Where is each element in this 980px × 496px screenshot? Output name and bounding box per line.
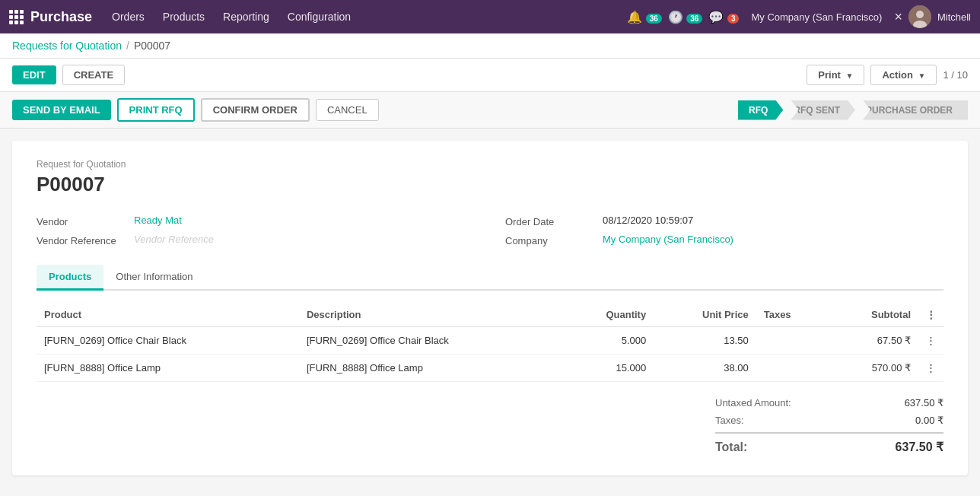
edit-button[interactable]: EDIT <box>12 65 56 84</box>
step-rfq-sent-label: RFQ SENT <box>783 100 855 120</box>
row1-taxes <box>756 327 827 355</box>
col-unit-price: Unit Price <box>654 303 756 327</box>
company-label: Company <box>505 234 597 246</box>
taxes-label: Taxes: <box>715 415 744 426</box>
untaxed-label: Untaxed Amount: <box>715 397 791 409</box>
topbar-right: 🔔 36 🕐 36 💬 3 My Company (San Francisco)… <box>627 5 971 28</box>
pipeline-step-rfq-sent[interactable]: RFQ SENT <box>783 100 855 120</box>
action-label: Action <box>882 69 912 81</box>
breadcrumb-current: P00007 <box>134 40 170 52</box>
row1-quantity: 5.000 <box>562 327 654 355</box>
vendor-ref-placeholder[interactable]: Vendor Reference <box>134 234 214 245</box>
company-value[interactable]: My Company (San Francisco) <box>603 234 733 245</box>
breadcrumb: Requests for Quotation / P00007 <box>0 33 980 59</box>
col-product: Product <box>37 303 299 327</box>
print-rfq-button[interactable]: PRINT RFQ <box>117 98 195 122</box>
action-bar2: SEND BY EMAIL PRINT RFQ CONFIRM ORDER CA… <box>0 92 980 129</box>
nav-orders[interactable]: Orders <box>104 8 152 26</box>
grid-icon <box>9 10 23 24</box>
status-pipeline: RFQ RFQ SENT PURCHASE ORDER <box>738 100 968 120</box>
company-selector[interactable]: My Company (San Francisco) <box>745 8 888 26</box>
col-menu: ⋮ <box>918 303 943 327</box>
products-table: Product Description Quantity Unit Price … <box>37 303 943 382</box>
row2-menu[interactable]: ⋮ <box>918 355 943 382</box>
col-description: Description <box>299 303 562 327</box>
order-date-value: 08/12/2020 10:59:07 <box>603 215 693 226</box>
nav-configuration[interactable]: Configuration <box>280 8 358 26</box>
row1-unit-price: 13.50 <box>654 327 756 355</box>
vendor-ref-label: Vendor Reference <box>37 234 128 246</box>
clock-icon[interactable]: 🕐 36 <box>668 10 703 24</box>
main-nav: Orders Products Reporting Configuration <box>104 8 615 26</box>
form-title-label: Request for Quotation <box>37 159 943 170</box>
table-row: [FURN_8888] Office Lamp [FURN_8888] Offi… <box>37 355 943 382</box>
print-label: Print <box>818 69 841 81</box>
taxes-value: 0.00 ₹ <box>867 415 943 426</box>
action-dropdown-arrow: ▼ <box>918 72 926 80</box>
row2-taxes <box>756 355 827 382</box>
untaxed-value: 637.50 ₹ <box>867 397 943 409</box>
avatar[interactable] <box>908 5 931 28</box>
tab-products[interactable]: Products <box>37 265 103 291</box>
tab-other-information[interactable]: Other Information <box>103 265 205 291</box>
activity-badge: 36 <box>686 14 702 24</box>
chat-icon[interactable]: 💬 3 <box>708 10 739 24</box>
total-value: 637.50 ₹ <box>867 440 943 454</box>
step-purchase-order-label: PURCHASE ORDER <box>855 100 968 120</box>
pipeline-step-rfq[interactable]: RFQ <box>738 100 783 120</box>
send-email-button[interactable]: SEND BY EMAIL <box>12 100 111 120</box>
messages-badge: 3 <box>727 14 740 24</box>
row1-subtotal: 67.50 ₹ <box>827 327 918 355</box>
svg-point-1 <box>916 11 924 18</box>
action-bar: EDIT CREATE Print ▼ Action ▼ 1 / 10 <box>0 59 980 92</box>
row1-product[interactable]: [FURN_0269] Office Chair Black <box>37 327 299 355</box>
vendor-ref-field: Vendor Reference Vendor Reference <box>37 234 475 246</box>
row1-description: [FURN_0269] Office Chair Black <box>299 327 562 355</box>
order-date-field: Order Date 08/12/2020 10:59:07 <box>505 215 943 227</box>
main-content: Request for Quotation P00007 Vendor Read… <box>0 129 980 488</box>
print-button[interactable]: Print ▼ <box>807 65 864 85</box>
action-button[interactable]: Action ▼ <box>870 65 937 85</box>
vendor-field: Vendor Ready Mat <box>37 215 475 227</box>
pager: 1 / 10 <box>943 69 968 81</box>
cancel-button[interactable]: CANCEL <box>316 99 379 121</box>
totals-table: Untaxed Amount: 637.50 ₹ Taxes: 0.00 ₹ T… <box>715 394 943 457</box>
app-logo[interactable]: Purchase <box>9 9 92 25</box>
taxes-row: Taxes: 0.00 ₹ <box>715 412 943 429</box>
order-date-label: Order Date <box>505 215 597 227</box>
col-subtotal: Subtotal <box>827 303 918 327</box>
app-name: Purchase <box>30 9 92 25</box>
row2-unit-price: 38.00 <box>654 355 756 382</box>
confirm-order-button[interactable]: CONFIRM ORDER <box>201 98 310 122</box>
nav-products[interactable]: Products <box>155 8 212 26</box>
table-row: [FURN_0269] Office Chair Black [FURN_026… <box>37 327 943 355</box>
row2-subtotal: 570.00 ₹ <box>827 355 918 382</box>
create-button[interactable]: CREATE <box>62 65 125 85</box>
username: Mitchell <box>937 11 971 23</box>
form-order-number: P00007 <box>37 173 943 196</box>
breadcrumb-separator: / <box>126 40 129 52</box>
form-fields: Vendor Ready Mat Vendor Reference Vendor… <box>37 215 943 246</box>
topbar: Purchase Orders Products Reporting Confi… <box>0 0 980 33</box>
company-field: Company My Company (San Francisco) <box>505 234 943 246</box>
notifications-badge: 36 <box>646 14 662 24</box>
total-label: Total: <box>715 440 747 454</box>
close-icon[interactable]: × <box>894 9 902 25</box>
col-quantity: Quantity <box>562 303 654 327</box>
totals-section: Untaxed Amount: 637.50 ₹ Taxes: 0.00 ₹ T… <box>37 394 943 457</box>
row1-menu[interactable]: ⋮ <box>918 327 943 355</box>
tab-bar: Products Other Information <box>37 265 943 291</box>
vendor-value[interactable]: Ready Mat <box>134 215 182 226</box>
untaxed-row: Untaxed Amount: 637.50 ₹ <box>715 394 943 412</box>
print-dropdown-arrow: ▼ <box>846 72 854 80</box>
nav-reporting[interactable]: Reporting <box>215 8 277 26</box>
pipeline-step-purchase-order[interactable]: PURCHASE ORDER <box>855 100 968 120</box>
vendor-label: Vendor <box>37 215 128 227</box>
breadcrumb-parent[interactable]: Requests for Quotation <box>12 40 122 52</box>
step-rfq-label: RFQ <box>738 100 783 120</box>
row2-description: [FURN_8888] Office Lamp <box>299 355 562 382</box>
bell-icon[interactable]: 🔔 36 <box>627 10 662 24</box>
row2-quantity: 15.000 <box>562 355 654 382</box>
form-card: Request for Quotation P00007 Vendor Read… <box>12 141 968 475</box>
row2-product[interactable]: [FURN_8888] Office Lamp <box>37 355 299 382</box>
